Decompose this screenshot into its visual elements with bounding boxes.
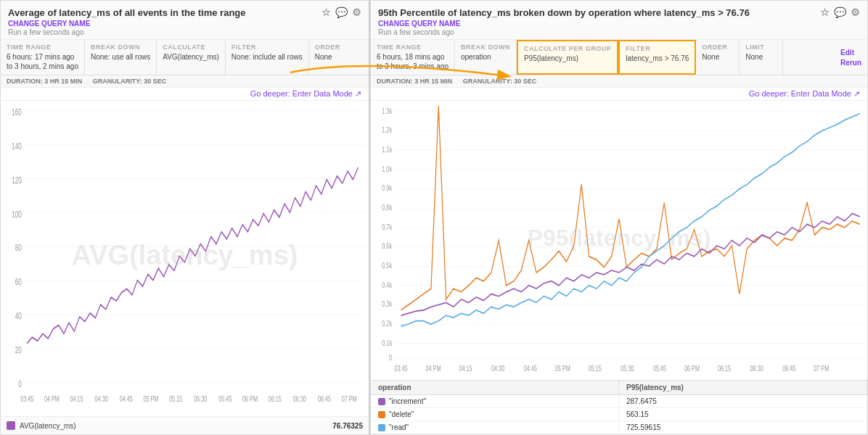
svg-text:0.5k: 0.5k [382,262,392,270]
left-calculate-value: AVG(latency_ms) [163,52,219,62]
svg-text:0: 0 [389,354,392,362]
right-breakdown-value: operation [461,52,510,62]
operation-cell-2: "read" [371,421,619,434]
svg-text:05 PM: 05 PM [143,394,158,403]
edit-button[interactable]: Edit [840,49,861,57]
left-time-range-value: 6 hours: 17 mins ago to 3 hours, 2 mins … [7,52,78,71]
svg-text:05:30: 05:30 [194,394,208,403]
right-duration-granularity: DURATION: 3 HR 15 MIN GRANULARITY: 30 SE… [371,75,867,88]
svg-text:04:45: 04:45 [524,365,537,373]
left-title-icons: ☆ 💬 ⚙ [322,7,361,18]
right-title-icons: ☆ 💬 ⚙ [820,7,860,18]
right-breakdown-label: BREAK DOWN [461,44,510,51]
right-chart-area: P95(latency_ms) 1.3k 1.2k 1.1k 1.0k 0.9k… [371,101,867,380]
left-time-range-label: TIME RANGE [7,44,78,51]
operation-value-0: "increment" [389,397,426,405]
svg-text:40: 40 [15,310,22,320]
left-time-range-col[interactable]: TIME RANGE 6 hours: 17 mins ago to 3 hou… [1,40,85,75]
svg-text:04:30: 04:30 [491,365,504,373]
right-calculate-value: P95(latency_ms) [524,54,611,63]
right-chart-svg: 1.3k 1.2k 1.1k 1.0k 0.9k 0.8k 0.7k 0.6k … [371,101,867,380]
left-filter-value: None: include all rows [232,52,303,62]
right-order-value: None [702,52,733,62]
right-calculate-col[interactable]: CALCULATE PER GROUP P95(latency_ms) [517,40,618,75]
svg-text:05:15: 05:15 [589,365,602,373]
comment-icon[interactable]: 💬 [335,7,348,18]
right-limit-col[interactable]: LIMIT None [740,40,783,75]
right-time-range-col[interactable]: TIME RANGE 6 hours, 18 mins ago to 3 hou… [371,40,455,75]
left-calculate-col[interactable]: CALCULATE AVG(latency_ms) [157,40,226,75]
rerun-button[interactable]: Rerun [840,59,861,67]
right-enter-data-mode[interactable]: Go deeper: Enter Data Mode ↗ [371,88,867,101]
p95-cell-1: 563.15 [619,408,867,420]
svg-text:04:45: 04:45 [120,394,133,403]
right-order-col[interactable]: ORDER None [696,40,740,75]
svg-text:1.2k: 1.2k [382,126,392,135]
operation-cell-0: "increment" [371,395,619,407]
left-panel-title: Average of latency_ms of all events in t… [8,7,246,18]
right-panel-title-row: 95th Percentile of latency_ms broken dow… [378,7,860,18]
left-query-bar: TIME RANGE 6 hours: 17 mins ago to 3 hou… [1,40,369,75]
svg-text:05:45: 05:45 [218,394,232,403]
svg-text:1.3k: 1.3k [382,107,392,116]
right-breakdown-col[interactable]: BREAK DOWN operation [455,40,517,75]
p95-cell-0: 287.6475 [619,395,867,407]
right-calculate-label: CALCULATE PER GROUP [524,45,611,52]
left-legend-row: AVG(latency_ms) 76.76325 [7,420,363,431]
operation-header: operation [371,381,619,394]
svg-text:06 PM: 06 PM [684,365,700,373]
right-filter-col[interactable]: FILTER latency_ms > 76.76 [618,40,696,75]
left-chart-svg: 160 140 120 100 80 60 40 20 0 03:45 04 P… [1,101,369,416]
left-breakdown-col[interactable]: BREAK DOWN None: use all rows [85,40,157,75]
left-order-value: None [315,52,347,62]
svg-text:05 PM: 05 PM [555,365,570,373]
left-legend-swatch [7,421,15,430]
swatch-1 [378,411,385,418]
operation-value-1: "delete" [389,410,414,418]
svg-text:160: 160 [12,107,22,117]
svg-text:0.6k: 0.6k [382,242,392,251]
svg-text:06:30: 06:30 [293,394,307,403]
svg-text:06:30: 06:30 [750,365,763,373]
left-duration-granularity: DURATION: 3 HR 15 MIN GRANULARITY: 30 SE… [1,75,369,88]
svg-text:0.4k: 0.4k [382,281,392,289]
swatch-0 [378,398,385,405]
left-filter-col[interactable]: FILTER None: include all rows [226,40,309,75]
star-icon[interactable]: ☆ [322,7,331,18]
right-order-label: ORDER [702,44,733,51]
right-time-range-label: TIME RANGE [377,44,449,51]
gear-icon[interactable]: ⚙ [352,7,361,18]
svg-text:140: 140 [12,141,22,151]
svg-text:20: 20 [15,344,22,355]
left-change-query[interactable]: CHANGE QUERY NAME [8,20,361,28]
left-run-time: Run a few seconds ago [8,28,361,36]
table-row: "read" 725.59615 [371,421,867,434]
left-granularity: GRANULARITY: 30 SEC [93,78,166,85]
svg-text:04:30: 04:30 [95,394,109,403]
p95-header: P95(latency_ms) [619,381,867,394]
svg-text:0: 0 [18,378,22,389]
right-gear-icon[interactable]: ⚙ [851,7,860,18]
svg-text:05:30: 05:30 [621,365,634,373]
svg-text:0.9k: 0.9k [382,184,392,193]
p95-cell-2: 725.59615 [619,421,867,434]
right-change-query[interactable]: CHANGE QUERY NAME [378,20,860,28]
left-filter-label: FILTER [232,44,303,51]
left-enter-data-mode[interactable]: Go deeper: Enter Data Mode ↗ [1,88,369,101]
right-star-icon[interactable]: ☆ [820,7,830,18]
svg-text:06:45: 06:45 [782,365,795,373]
svg-text:04:15: 04:15 [70,394,83,403]
right-filter-value: latency_ms > 76.76 [626,54,689,63]
left-legend-label: AVG(latency_ms) [20,422,76,430]
svg-text:06 PM: 06 PM [242,394,258,403]
left-legend-area: AVG(latency_ms) 76.76325 [1,416,369,434]
left-breakdown-value: None: use all rows [91,52,150,62]
right-panel-header: 95th Percentile of latency_ms broken dow… [371,1,867,40]
right-limit-value: None [745,52,777,62]
svg-text:04 PM: 04 PM [426,365,441,373]
left-order-col[interactable]: ORDER None [309,40,353,75]
svg-text:1.1k: 1.1k [382,146,392,154]
svg-text:0.7k: 0.7k [382,223,392,231]
right-edit-rerun: Edit Rerun [835,40,867,75]
right-comment-icon[interactable]: 💬 [834,7,846,18]
